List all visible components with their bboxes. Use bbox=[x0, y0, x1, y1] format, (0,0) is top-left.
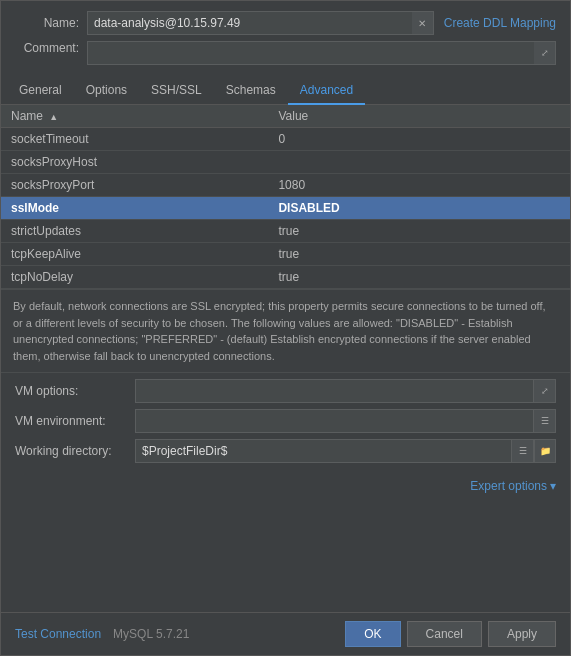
bottom-bar: Test Connection MySQL 5.7.21 OK Cancel A… bbox=[1, 612, 570, 655]
test-connection-link[interactable]: Test Connection bbox=[15, 627, 101, 641]
expert-options-label: Expert options bbox=[470, 479, 547, 493]
prop-name-cell: tcpNoDelay bbox=[1, 266, 268, 289]
working-directory-label: Working directory: bbox=[15, 444, 135, 458]
name-label: Name: bbox=[15, 16, 87, 30]
vm-options-input-wrap: ⤢ bbox=[135, 379, 556, 403]
vm-environment-row: VM environment: ☰ bbox=[15, 409, 556, 433]
table-row[interactable]: strictUpdatestrue bbox=[1, 220, 570, 243]
prop-value-cell bbox=[268, 151, 570, 174]
prop-value-cell: 0 bbox=[268, 128, 570, 151]
tabs-bar: General Options SSH/SSL Schemas Advanced bbox=[1, 77, 570, 105]
expert-options-row: Expert options ▾ bbox=[1, 475, 570, 497]
col-header-name[interactable]: Name ▲ bbox=[1, 105, 268, 128]
tab-general[interactable]: General bbox=[7, 77, 74, 105]
table-row[interactable]: socksProxyHost bbox=[1, 151, 570, 174]
cancel-button[interactable]: Cancel bbox=[407, 621, 482, 647]
name-input[interactable] bbox=[87, 11, 412, 35]
tab-schemas[interactable]: Schemas bbox=[214, 77, 288, 105]
comment-expand-btn[interactable]: ⤢ bbox=[534, 41, 556, 65]
name-row: Name: ✕ Create DDL Mapping bbox=[15, 11, 556, 35]
vm-section: VM options: ⤢ VM environment: ☰ Working … bbox=[1, 373, 570, 475]
tab-ssh-ssl[interactable]: SSH/SSL bbox=[139, 77, 214, 105]
properties-table: Name ▲ Value socketTimeout0socksProxyHos… bbox=[1, 105, 570, 289]
table-row[interactable]: tcpNoDelaytrue bbox=[1, 266, 570, 289]
prop-value-cell: true bbox=[268, 220, 570, 243]
table-wrapper: Name ▲ Value socketTimeout0socksProxyHos… bbox=[1, 105, 570, 289]
tab-options[interactable]: Options bbox=[74, 77, 139, 105]
content-area: Name ▲ Value socketTimeout0socksProxyHos… bbox=[1, 105, 570, 655]
col-header-value[interactable]: Value bbox=[268, 105, 570, 128]
expert-options-chevron: ▾ bbox=[550, 479, 556, 493]
working-directory-btn1[interactable]: ☰ bbox=[512, 439, 534, 463]
top-section: Name: ✕ Create DDL Mapping Comment: ⤢ bbox=[1, 1, 570, 77]
vm-options-row: VM options: ⤢ bbox=[15, 379, 556, 403]
table-row[interactable]: socketTimeout0 bbox=[1, 128, 570, 151]
comment-input[interactable] bbox=[87, 41, 534, 65]
prop-value-cell: 1080 bbox=[268, 174, 570, 197]
prop-value-cell: DISABLED bbox=[268, 197, 570, 220]
working-directory-row: Working directory: ☰ 📁 bbox=[15, 439, 556, 463]
ok-button[interactable]: OK bbox=[345, 621, 400, 647]
name-clear-btn[interactable]: ✕ bbox=[412, 11, 434, 35]
table-row[interactable]: sslModeDISABLED bbox=[1, 197, 570, 220]
tab-advanced[interactable]: Advanced bbox=[288, 77, 365, 105]
vm-environment-expand-btn[interactable]: ☰ bbox=[534, 409, 556, 433]
working-directory-btn2[interactable]: 📁 bbox=[534, 439, 556, 463]
prop-value-cell: true bbox=[268, 243, 570, 266]
vm-options-input[interactable] bbox=[135, 379, 534, 403]
prop-name-cell: socksProxyPort bbox=[1, 174, 268, 197]
prop-name-cell: sslMode bbox=[1, 197, 268, 220]
name-input-wrap: ✕ bbox=[87, 11, 434, 35]
apply-button[interactable]: Apply bbox=[488, 621, 556, 647]
prop-name-cell: tcpKeepAlive bbox=[1, 243, 268, 266]
vm-environment-label: VM environment: bbox=[15, 414, 135, 428]
mysql-version: MySQL 5.7.21 bbox=[113, 627, 189, 641]
prop-name-cell: strictUpdates bbox=[1, 220, 268, 243]
vm-environment-input[interactable] bbox=[135, 409, 534, 433]
prop-name-cell: socksProxyHost bbox=[1, 151, 268, 174]
vm-options-expand-btn[interactable]: ⤢ bbox=[534, 379, 556, 403]
sort-arrow-icon: ▲ bbox=[49, 112, 58, 122]
vm-options-label: VM options: bbox=[15, 384, 135, 398]
table-row[interactable]: tcpKeepAlivetrue bbox=[1, 243, 570, 266]
table-scroll-area: Name ▲ Value socketTimeout0socksProxyHos… bbox=[1, 105, 570, 289]
working-directory-input[interactable] bbox=[135, 439, 512, 463]
dialog: Name: ✕ Create DDL Mapping Comment: ⤢ Ge… bbox=[0, 0, 571, 656]
create-ddl-link[interactable]: Create DDL Mapping bbox=[444, 16, 556, 30]
description-box: By default, network connections are SSL … bbox=[1, 289, 570, 373]
prop-value-cell: true bbox=[268, 266, 570, 289]
expert-options-link[interactable]: Expert options ▾ bbox=[470, 479, 556, 493]
comment-input-wrap: ⤢ bbox=[87, 41, 556, 65]
table-row[interactable]: socksProxyPort1080 bbox=[1, 174, 570, 197]
comment-label: Comment: bbox=[15, 41, 87, 55]
working-directory-input-wrap: ☰ 📁 bbox=[135, 439, 556, 463]
vm-environment-input-wrap: ☰ bbox=[135, 409, 556, 433]
prop-name-cell: socketTimeout bbox=[1, 128, 268, 151]
comment-row: Comment: ⤢ bbox=[15, 41, 556, 65]
